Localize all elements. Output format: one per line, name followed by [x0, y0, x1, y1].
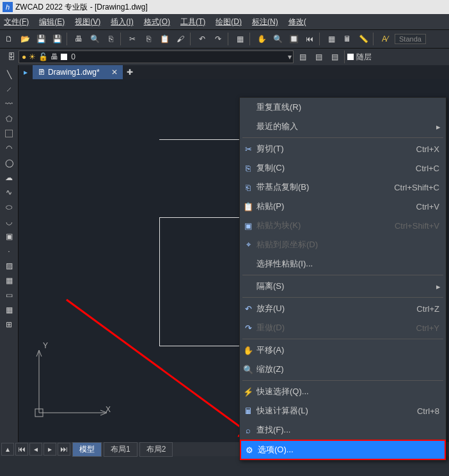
- pline-tool-icon[interactable]: 〰: [2, 97, 16, 111]
- circle-tool-icon[interactable]: ◯: [2, 156, 16, 170]
- tab-next[interactable]: ▸: [43, 443, 56, 456]
- redo-icon[interactable]: ↷: [211, 32, 225, 46]
- title-bar: h ZWCAD 2022 专业版 - [Drawing1.dwg]: [0, 0, 449, 14]
- tab-scroll-up[interactable]: ▴: [1, 443, 14, 456]
- menu-repeat[interactable]: 重复直线(R): [240, 98, 446, 117]
- tab-layout1[interactable]: 布局1: [104, 442, 138, 457]
- line-tool-icon[interactable]: ╲: [2, 68, 16, 82]
- table-tool-icon[interactable]: ▦: [2, 303, 16, 317]
- layer-prev-icon[interactable]: ▤: [311, 50, 326, 64]
- measure-icon[interactable]: 📏: [356, 32, 370, 46]
- point-tool-icon[interactable]: ·: [2, 244, 16, 258]
- ellipse-tool-icon[interactable]: ⬭: [2, 200, 16, 214]
- menu-separator: [242, 137, 443, 138]
- drawn-rectangle: [159, 217, 243, 346]
- menu-qcalc[interactable]: 🖩快速计算器(L)Ctrl+8: [240, 401, 446, 420]
- start-tab-icon[interactable]: ▸: [19, 66, 33, 78]
- zoom-icon: 🔍: [240, 365, 256, 374]
- chevron-down-icon[interactable]: ▾: [288, 52, 292, 61]
- zoomprev-icon[interactable]: ⏮: [303, 32, 317, 46]
- menu-qselect[interactable]: ⚡快速选择(Q)...: [240, 382, 446, 401]
- plot-icon[interactable]: 🖶: [72, 32, 86, 46]
- open-icon[interactable]: 📂: [18, 32, 32, 46]
- menu-format[interactable]: 格式(O): [144, 17, 170, 27]
- tab-last[interactable]: ⏭: [58, 443, 70, 456]
- arc-tool-icon[interactable]: ◠: [2, 141, 16, 155]
- menu-find[interactable]: ⌕查找(F)...: [240, 420, 446, 440]
- menu-draw[interactable]: 绘图(D): [216, 17, 242, 27]
- menu-dim[interactable]: 标注(N): [252, 17, 278, 27]
- menu-file[interactable]: 文件(F): [4, 17, 29, 27]
- color-swatch-icon[interactable]: [347, 54, 354, 60]
- menu-pan[interactable]: ✋平移(A): [240, 341, 446, 360]
- menu-pastespecial[interactable]: 选择性粘贴(I)...: [240, 254, 446, 273]
- menu-recent[interactable]: 最近的输入▸: [240, 117, 446, 136]
- spline-tool-icon[interactable]: ∿: [2, 185, 16, 199]
- revcloud-tool-icon[interactable]: ☁: [2, 171, 16, 185]
- new-icon[interactable]: 🗋: [2, 32, 16, 46]
- xline-tool-icon[interactable]: ⟋: [2, 82, 16, 96]
- grip-icon[interactable]: ▦: [233, 32, 247, 46]
- menu-copy[interactable]: ⎘复制(C)Ctrl+C: [240, 158, 446, 178]
- menu-isolate[interactable]: 隔离(S)▸: [240, 277, 446, 296]
- print-icon: 🖶: [51, 52, 58, 61]
- menu-undo[interactable]: ↶放弃(U)Ctrl+Z: [240, 299, 446, 318]
- copy-icon[interactable]: ⎘: [141, 32, 155, 46]
- menu-paste[interactable]: 📋粘贴(P)Ctrl+V: [240, 197, 446, 216]
- match-icon[interactable]: 🖌: [173, 32, 187, 46]
- main-toolbar: 🗋 📂 💾 💾 🖶 🔍 ⎘ ✂ ⎘ 📋 🖌 ↶ ↷ ▦ ✋ 🔍 🔲 ⏮ ▦ 🖩 …: [0, 29, 449, 49]
- menu-zoom[interactable]: 🔍缩放(Z): [240, 360, 446, 379]
- polygon-tool-icon[interactable]: ⬠: [2, 112, 16, 126]
- zoomwin-icon[interactable]: 🔲: [287, 32, 301, 46]
- cut-icon[interactable]: ✂: [125, 32, 139, 46]
- tab-layout2[interactable]: 布局2: [139, 442, 173, 457]
- layer-props-icon[interactable]: 🗄: [4, 50, 19, 64]
- file-tab[interactable]: 🖹 Drawing1.dwg* ✕: [33, 65, 123, 79]
- window-title: ZWCAD 2022 专业版 - [Drawing1.dwg]: [15, 2, 148, 13]
- save-icon[interactable]: 💾: [34, 32, 48, 46]
- gradient-tool-icon[interactable]: ▦: [2, 273, 16, 288]
- undo-icon[interactable]: ↶: [195, 32, 209, 46]
- menu-modify[interactable]: 修改(: [288, 17, 306, 27]
- table-icon[interactable]: ▦: [324, 32, 338, 46]
- menu-edit[interactable]: 编辑(E): [39, 17, 65, 27]
- new-tab-button[interactable]: ✚: [123, 68, 137, 77]
- color-combo[interactable]: 随层: [356, 52, 372, 63]
- block-tool-icon[interactable]: ▣: [2, 229, 16, 243]
- zoomrt-icon[interactable]: 🔍: [271, 32, 285, 46]
- layer-combo[interactable]: ● ☀ 🔓 🖶 0 ▾: [19, 50, 294, 63]
- textstyle-icon[interactable]: A⁄: [378, 32, 392, 46]
- publish-icon[interactable]: ⎘: [104, 32, 118, 46]
- tab-first[interactable]: ⏮: [15, 443, 28, 456]
- layer-iso-icon[interactable]: ▤: [295, 50, 310, 64]
- saveas-icon[interactable]: 💾: [50, 32, 64, 46]
- pan-icon[interactable]: ✋: [255, 32, 269, 46]
- menu-copybase[interactable]: ⎗带基点复制(B)Ctrl+Shift+C: [240, 178, 446, 197]
- redo-icon: ↷: [240, 323, 256, 333]
- lock-icon: 🔓: [38, 52, 48, 61]
- ellipsearc-tool-icon[interactable]: ◡: [2, 215, 16, 229]
- menu-bar[interactable]: 文件(F) 编辑(E) 视图(V) 插入(I) 格式(O) 工具(T) 绘图(D…: [0, 14, 449, 29]
- menu-view[interactable]: 视图(V): [75, 17, 100, 27]
- menu-options[interactable]: ⚙选项(O)...: [240, 440, 446, 460]
- tab-model[interactable]: 模型: [72, 442, 102, 457]
- paste-icon[interactable]: 📋: [157, 32, 171, 46]
- layer-state-icon[interactable]: ▤: [327, 50, 342, 64]
- region-tool-icon[interactable]: ▭: [2, 288, 16, 302]
- textstyle-combo[interactable]: Standa: [395, 34, 426, 44]
- drawn-line: [159, 139, 249, 140]
- menu-tools[interactable]: 工具(T): [180, 17, 205, 27]
- calc-icon[interactable]: 🖩: [340, 32, 354, 46]
- preview-icon[interactable]: 🔍: [88, 32, 102, 46]
- menu-insert[interactable]: 插入(I): [111, 17, 133, 27]
- tab-prev[interactable]: ◂: [29, 443, 42, 456]
- hatch-tool-icon[interactable]: ▨: [2, 259, 16, 273]
- menu-cut[interactable]: ✂剪切(T)Ctrl+X: [240, 139, 446, 158]
- rect-tool-icon[interactable]: [2, 127, 16, 141]
- layer-name: 0: [71, 52, 75, 61]
- menu-pasteblock: ▣粘贴为块(K)Ctrl+Shift+V: [240, 216, 446, 235]
- copy-icon: ⎘: [240, 164, 256, 173]
- app-logo-icon: h: [3, 2, 13, 12]
- close-tab-icon[interactable]: ✕: [111, 68, 118, 77]
- grid-tool-icon[interactable]: ⊞: [2, 318, 16, 332]
